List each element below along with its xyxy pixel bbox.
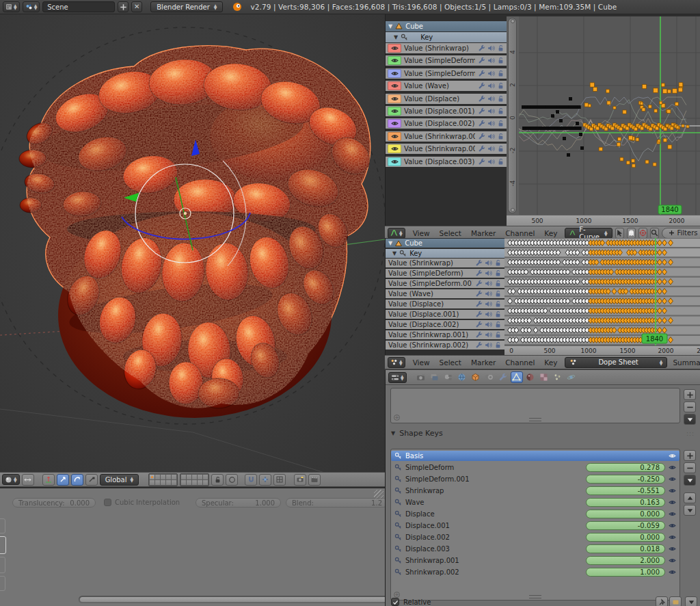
mute-icon[interactable] [485,259,492,267]
mute-icon[interactable] [487,120,495,127]
shape-key-row[interactable]: Shrinkwrap -0.551 [391,486,679,496]
tab-modifiers[interactable] [497,371,509,383]
scale-manipulator-button[interactable] [85,474,98,486]
dope-channel-row[interactable]: Value (Displace.001) [386,310,504,319]
lock-icon[interactable] [494,321,502,328]
shape-key-value-slider[interactable]: -0.250 [586,475,665,484]
tab-object-data[interactable] [511,371,523,383]
shape-key-row[interactable]: Wave 0.163 [391,497,679,508]
relative-checkbox[interactable] [391,598,399,606]
mute-icon[interactable] [487,82,495,90]
add-scene-button[interactable] [118,1,129,12]
dope-channel-row[interactable]: Value (Displace.002) [386,320,504,329]
shape-key-specials-button[interactable] [684,475,696,486]
lock-icon[interactable] [497,70,504,77]
viewport-editor-type-button[interactable]: ▲▼ [2,474,20,485]
modifier-icon[interactable] [475,280,483,287]
properties-editor-type-button[interactable]: ▲▼ [388,372,407,383]
modifier-icon[interactable] [478,95,485,103]
mute-icon[interactable] [485,331,492,339]
edge-widget[interactable] [0,518,5,533]
shape-key-mute-icon[interactable] [669,568,676,576]
expand-icon[interactable]: ▼ [394,34,398,40]
lock-to-scene-button[interactable] [211,474,224,486]
tab-object[interactable] [470,371,482,383]
screen-layout-button[interactable]: ▲▼ [23,1,40,12]
snap-target-button[interactable] [273,474,286,486]
snap-toggle-button[interactable] [245,474,257,486]
tab-material[interactable] [524,371,537,383]
menu-item[interactable]: Select [440,358,461,367]
fcurve-channel-row[interactable]: Value (Displace) [386,94,507,104]
modifier-icon[interactable] [475,321,483,328]
menu-item[interactable]: Channel [505,358,535,367]
transform-orientation-dropdown[interactable]: Global ▲▼ [100,474,139,486]
sculpted-mesh-object[interactable] [19,46,377,418]
relative-checkbox-row[interactable]: Relative [391,598,431,606]
channel-visibility-toggle[interactable] [388,94,401,103]
shape-key-mute-icon[interactable] [669,510,676,518]
shape-key-value-slider[interactable]: 1.000 [586,568,665,577]
modifier-icon[interactable] [475,259,483,267]
menu-item[interactable]: Key [544,229,557,237]
lock-icon[interactable] [497,133,504,140]
shape-key-row[interactable]: Displace.001 -0.059 [391,521,679,531]
panel-expand-icon[interactable]: ▼ [391,430,395,436]
modifier-icon[interactable] [475,269,483,277]
mute-icon[interactable] [485,290,492,298]
lock-icon[interactable] [497,95,504,103]
dope-group-row[interactable]: ▼ Key [386,249,504,258]
edge-widget[interactable] [0,576,5,591]
mute-icon[interactable] [487,70,495,77]
list-resize-grip[interactable] [529,595,541,598]
modifier-icon[interactable] [475,331,483,339]
modifier-icon[interactable] [478,107,485,115]
cubic-interpolation-checkbox[interactable]: Cubic Interpolation [104,499,180,506]
dope-channel-row[interactable]: Value (Shrinkwrap.001) [386,330,504,339]
menu-item[interactable]: View [413,358,430,367]
modifier-icon[interactable] [478,70,485,77]
mute-icon[interactable] [485,341,492,349]
render-engine-dropdown[interactable]: Blender Render ▲▼ [150,1,223,12]
specular-slider[interactable]: Specular: 1.000 [196,498,281,508]
mute-icon[interactable] [485,311,492,318]
lock-icon[interactable] [497,145,504,153]
lock-icon[interactable] [494,259,502,267]
shape-key-edit-mode-button[interactable] [669,596,682,606]
mute-icon[interactable] [487,95,495,103]
graph-channel-group-row[interactable]: ▼ Key [386,32,507,42]
dope-mode-dropdown[interactable]: Dope Sheet ▲▼ [565,357,667,368]
shape-key-value-slider[interactable]: -0.551 [586,486,665,495]
widen-header-button[interactable] [22,474,34,486]
dope-channel-row[interactable]: Value (Shrinkwrap) [386,259,504,267]
lock-icon[interactable] [494,280,502,287]
lock-icon[interactable] [497,57,504,64]
fcurve-channel-row[interactable]: Value (Displace.002) [386,118,507,129]
lock-icon[interactable] [494,290,502,298]
mute-icon[interactable] [487,145,495,153]
datablock-list-empty[interactable]: + [390,388,680,423]
menu-item[interactable]: Marker [471,229,496,237]
shape-key-row[interactable]: SimpleDeform.001 -0.250 [391,474,679,484]
shape-key-row[interactable]: Displace.003 0.018 [391,544,679,554]
specials-dropdown-button[interactable] [684,414,696,425]
tab-render[interactable] [415,371,427,383]
shape-key-row[interactable]: Basis [391,451,679,461]
panel-drag-dots[interactable]: ::: [686,430,695,437]
tab-texture[interactable] [538,371,550,383]
fcurve-channel-row[interactable]: Value (SimpleDeform) [386,55,507,66]
lock-icon[interactable] [494,269,502,277]
shape-key-row[interactable]: Shrinkwrap.001 2.000 [391,555,679,566]
channel-visibility-toggle[interactable] [388,119,401,128]
modifier-icon[interactable] [478,44,485,52]
modifier-icon[interactable] [478,145,485,153]
tab-scene[interactable] [442,371,455,383]
graph-editor-type-button[interactable]: ▲▼ [388,228,405,239]
tab-physics[interactable] [565,371,578,383]
lock-icon[interactable] [494,341,502,349]
fcurve-channel-row[interactable]: Value (Shrinkwrap.001) [386,131,507,142]
graph-channel-object-row[interactable]: ▼ Cube [386,21,507,31]
fcurve-mode-dropdown[interactable]: F-Curve ▲▼ [565,228,612,239]
tab-constraints[interactable] [483,371,496,383]
mute-icon[interactable] [487,57,495,64]
